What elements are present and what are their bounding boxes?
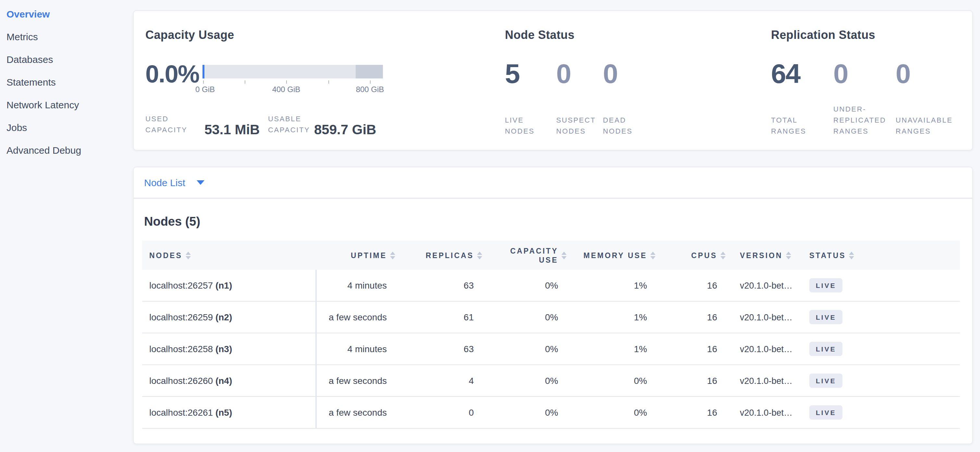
version-cell: v20.1.0-bet…: [727, 408, 796, 417]
sort-icon: [390, 251, 395, 259]
node-address-cell: localhost:26257 (n1): [142, 280, 315, 290]
node-address: localhost:26259: [149, 312, 213, 322]
axis-tick: [203, 81, 204, 84]
capacity-use-cell: 0%: [484, 280, 568, 290]
sort-icon: [721, 251, 725, 259]
stat-label: TOTAL RANGES: [771, 115, 813, 137]
sidebar-item-network-latency[interactable]: Network Latency: [6, 94, 133, 116]
column-header-label: NODES: [149, 251, 182, 259]
axis-tick: [370, 81, 371, 84]
nodes-table-body: localhost:26257 (n1) 4 minutes 63 0% 1% …: [142, 270, 960, 429]
status-cell: LIVE: [796, 310, 960, 324]
table-row-n1[interactable]: localhost:26257 (n1) 4 minutes 63 0% 1% …: [142, 270, 960, 301]
suspect-nodes-stat: 0 SUSPECT NODES: [556, 59, 603, 137]
cluster-summary-card: Capacity Usage 0.0% 0 GiB 400 GiB 800 Gi…: [133, 10, 973, 151]
status-badge: LIVE: [809, 278, 843, 292]
node-address-cell: localhost:26261 (n5): [142, 407, 315, 418]
status-badge: LIVE: [809, 405, 843, 420]
status-cell: LIVE: [796, 405, 960, 420]
unavailable-ranges-stat: 0 UNAVAILABLE RANGES: [896, 59, 959, 137]
axis-tick: [286, 81, 287, 84]
table-row-n5[interactable]: localhost:26261 (n5) a few seconds 0 0% …: [142, 397, 960, 429]
sidebar-item-advanced-debug[interactable]: Advanced Debug: [6, 139, 133, 162]
node-address: localhost:26260: [149, 376, 213, 386]
total-ranges-stat: 64 TOTAL RANGES: [771, 59, 813, 137]
sidebar: Overview Metrics Databases Statements Ne…: [0, 0, 133, 452]
column-header-label: REPLICAS: [426, 251, 474, 259]
replication-status-title: Replication Status: [771, 29, 875, 42]
stat-label: UNDER-REPLICATED RANGES: [833, 104, 892, 137]
admin-ui-root: Overview Metrics Databases Statements Ne…: [0, 0, 980, 452]
used-capacity-label: USED CAPACITY: [145, 114, 197, 136]
column-header-label: STATUS: [809, 251, 846, 259]
stat-value: 0: [896, 59, 959, 89]
used-capacity-value: 53.1 MiB: [204, 122, 259, 136]
table-row-n2[interactable]: localhost:26259 (n2) a few seconds 61 0%…: [142, 301, 960, 333]
column-header-label: CPUS: [691, 251, 717, 259]
column-header-memory-use[interactable]: MEMORY USE: [568, 251, 657, 259]
node-status-title: Node Status: [505, 29, 574, 42]
status-badge: LIVE: [809, 342, 843, 356]
capacity-bar-used-segment: [202, 65, 204, 78]
node-list-selector-bar: Node List: [134, 167, 972, 198]
status-cell: LIVE: [796, 342, 960, 356]
stat-value: 64: [771, 59, 813, 89]
status-cell: LIVE: [796, 374, 960, 388]
sidebar-item-overview[interactable]: Overview: [6, 3, 133, 25]
column-header-label: UPTIME: [351, 251, 387, 259]
column-header-label: MEMORY USE: [584, 251, 647, 259]
node-id: (n5): [215, 407, 232, 418]
usable-capacity-label: USABLE CAPACITY: [268, 114, 315, 136]
stat-value: 5: [505, 59, 544, 89]
uptime-cell: a few seconds: [315, 376, 396, 386]
uptime-cell: a few seconds: [315, 407, 396, 418]
cpus-cell: 16: [657, 407, 727, 418]
replicas-cell: 61: [396, 312, 484, 322]
capacity-usage-title: Capacity Usage: [145, 29, 234, 42]
nodes-table: NODES UPTIME REPLICAS CAPACITY USE: [142, 241, 960, 429]
memory-use-cell: 1%: [568, 312, 657, 322]
sidebar-item-databases[interactable]: Databases: [6, 48, 133, 71]
column-header-uptime[interactable]: UPTIME: [315, 251, 396, 259]
table-row-n4[interactable]: localhost:26260 (n4) a few seconds 4 0% …: [142, 365, 960, 397]
axis-tick-label: 0 GiB: [195, 85, 215, 94]
stat-value: 0: [556, 59, 603, 89]
uptime-cell: 4 minutes: [315, 280, 396, 290]
dead-nodes-stat: 0 DEAD NODES: [603, 59, 642, 137]
usable-capacity-value: 859.7 GiB: [314, 122, 376, 136]
node-list-dropdown[interactable]: Node List: [144, 177, 205, 188]
memory-use-cell: 1%: [568, 280, 657, 290]
node-id: (n1): [215, 280, 232, 290]
replicas-cell: 4: [396, 376, 484, 386]
stat-value: 0: [603, 59, 642, 89]
column-header-nodes[interactable]: NODES: [142, 251, 315, 259]
sort-icon: [786, 251, 791, 259]
stat-label: LIVE NODES: [505, 115, 544, 137]
column-header-version[interactable]: VERSION: [727, 251, 796, 259]
capacity-use-cell: 0%: [484, 407, 568, 418]
stat-value: 0: [833, 59, 892, 89]
capacity-bar-dark-segment: [355, 65, 383, 78]
nodes-table-header: NODES UPTIME REPLICAS CAPACITY USE: [142, 241, 960, 270]
version-cell: v20.1.0-bet…: [727, 376, 796, 385]
axis-tick: [244, 81, 245, 84]
table-row-n3[interactable]: localhost:26258 (n3) 4 minutes 63 0% 1% …: [142, 333, 960, 365]
column-header-cpus[interactable]: CPUS: [657, 251, 727, 259]
node-id: (n2): [215, 312, 232, 322]
sidebar-item-jobs[interactable]: Jobs: [6, 116, 133, 139]
capacity-percent: 0.0%: [145, 60, 199, 88]
sort-icon: [186, 251, 191, 259]
nodes-heading: Nodes (5): [144, 215, 200, 229]
sidebar-item-metrics[interactable]: Metrics: [6, 25, 133, 48]
column-header-status[interactable]: STATUS: [796, 251, 960, 259]
axis-tick-label: 400 GiB: [272, 85, 301, 94]
column-header-capacity-use[interactable]: CAPACITY USE: [484, 246, 568, 264]
sidebar-item-statements[interactable]: Statements: [6, 71, 133, 94]
cpus-cell: 16: [657, 344, 727, 354]
capacity-use-cell: 0%: [484, 376, 568, 386]
cpus-cell: 16: [657, 376, 727, 386]
column-header-replicas[interactable]: REPLICAS: [396, 251, 484, 259]
node-id: (n4): [215, 376, 232, 386]
column-header-label: VERSION: [740, 251, 783, 259]
sort-icon: [477, 251, 482, 259]
